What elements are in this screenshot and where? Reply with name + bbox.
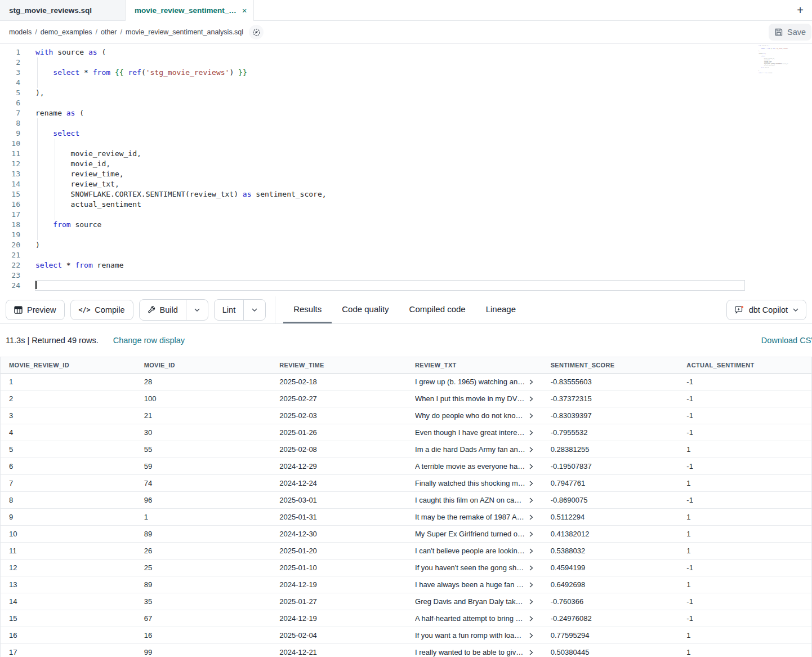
- result-tabs: Results Code quality Compiled code Linea…: [283, 296, 526, 323]
- compile-button[interactable]: </> Compile: [70, 300, 133, 320]
- expand-cell-chevron-right-icon[interactable]: [529, 481, 533, 486]
- table-row[interactable]: 16162025-02-04If you want a fun romp wit…: [1, 627, 811, 644]
- text-cursor: [35, 281, 37, 289]
- expand-cell-chevron-right-icon[interactable]: [529, 565, 533, 571]
- close-icon[interactable]: ×: [242, 6, 247, 15]
- table-row[interactable]: 5552025-02-08Im a die hard Dads Army fan…: [1, 441, 811, 458]
- code-line[interactable]: 21: [0, 250, 812, 260]
- change-row-display-link[interactable]: Change row display: [113, 336, 185, 345]
- expand-cell-chevron-right-icon[interactable]: [529, 430, 533, 436]
- code-line[interactable]: 24: [0, 281, 812, 291]
- code-line[interactable]: 11 movie_review_id,: [0, 149, 812, 159]
- code-line[interactable]: 19: [0, 230, 812, 240]
- code-line[interactable]: 2: [0, 57, 812, 68]
- code-editor[interactable]: 1with source as (23 select * from {{ ref…: [0, 44, 812, 296]
- code-line[interactable]: 5),: [0, 88, 812, 98]
- table-row[interactable]: 14352025-01-27Greg Davis and Bryan Daly …: [1, 593, 811, 610]
- table-row[interactable]: 17992024-12-21I really wanted to be able…: [1, 644, 811, 657]
- new-tab-button[interactable]: +: [792, 0, 809, 20]
- code-line[interactable]: 10: [0, 139, 812, 149]
- tab-results[interactable]: Results: [283, 296, 332, 323]
- code-line[interactable]: 9 select: [0, 128, 812, 139]
- copilot-compass-button[interactable]: [249, 25, 264, 39]
- expand-cell-chevron-right-icon[interactable]: [529, 447, 533, 452]
- file-tab-stg-movie-reviews[interactable]: stg_movie_reviews.sql: [0, 0, 126, 20]
- column-header-sentiment-score[interactable]: SENTIMENT_SCORE: [542, 357, 679, 373]
- code-line[interactable]: 22select * from rename: [0, 260, 812, 270]
- dbt-copilot-button[interactable]: dbt Copilot: [726, 300, 806, 320]
- code-line[interactable]: 16 actual_sentiment: [0, 199, 812, 210]
- lint-dropdown-button[interactable]: [243, 300, 265, 320]
- code-line[interactable]: 4: [0, 78, 812, 88]
- column-header-movie-review-id[interactable]: MOVIE_REVIEW_ID: [1, 357, 136, 373]
- expand-cell-chevron-right-icon[interactable]: [529, 599, 533, 605]
- code-line[interactable]: 3 select * from {{ ref('stg_movie_review…: [0, 68, 812, 78]
- code-line[interactable]: 1with source as (: [0, 47, 812, 57]
- table-row[interactable]: 912025-01-31It may be the remake of 1987…: [1, 509, 811, 526]
- table-row[interactable]: 10892024-12-30My Super Ex Girlfriend tur…: [1, 526, 811, 543]
- review-text: Why do people who do not know what…: [415, 411, 525, 420]
- expand-cell-chevron-right-icon[interactable]: [529, 548, 533, 554]
- file-tab-label: stg_movie_reviews.sql: [9, 6, 92, 15]
- column-header-movie-id[interactable]: MOVIE_ID: [136, 357, 271, 373]
- code-line[interactable]: with source as (: [743, 45, 788, 46]
- expand-cell-chevron-right-icon[interactable]: [529, 514, 533, 520]
- cell-review-time: 2025-02-27: [271, 390, 407, 407]
- expand-cell-chevron-right-icon[interactable]: [529, 464, 533, 469]
- expand-cell-chevron-right-icon[interactable]: [529, 531, 533, 537]
- column-header-review-txt[interactable]: REVIEW_TXT: [407, 357, 542, 373]
- table-row[interactable]: 21002025-02-27When I put this movie in m…: [1, 390, 811, 407]
- expand-cell-chevron-right-icon[interactable]: [529, 413, 533, 419]
- save-button[interactable]: Save: [769, 24, 811, 41]
- build-dropdown-button[interactable]: [186, 300, 208, 320]
- code-line[interactable]: 7rename as (: [0, 108, 812, 118]
- table-row[interactable]: 11262025-01-20I can't believe people are…: [1, 543, 811, 560]
- code-line[interactable]: 13 review_time,: [0, 169, 812, 179]
- code-line[interactable]: 20): [0, 240, 812, 250]
- file-tab-label: movie_review_sentiment_…: [135, 6, 237, 15]
- table-row[interactable]: 3212025-02-03Why do people who do not kn…: [1, 407, 811, 424]
- table-row[interactable]: 7742024-12-24Finally watched this shocki…: [1, 475, 811, 492]
- cell-actual-sentiment: 1: [678, 509, 811, 525]
- file-tab-movie-review-sentiment[interactable]: movie_review_sentiment_… ×: [126, 0, 254, 21]
- code-line[interactable]: 23: [0, 270, 812, 281]
- code-line[interactable]: 15 SNOWFLAKE.CORTEX.SENTIMENT(review_txt…: [0, 189, 812, 199]
- preview-button[interactable]: Preview: [6, 300, 65, 320]
- expand-cell-chevron-right-icon[interactable]: [529, 633, 533, 638]
- table-row[interactable]: 1282025-02-18I grew up (b. 1965) watchin…: [1, 374, 811, 390]
- results-table: MOVIE_REVIEW_IDMOVIE_IDREVIEW_TIMEREVIEW…: [0, 357, 812, 657]
- table-row[interactable]: 12252025-01-10If you haven't seen the go…: [1, 560, 811, 576]
- expand-cell-chevron-right-icon[interactable]: [529, 616, 533, 622]
- tab-lineage[interactable]: Lineage: [476, 296, 526, 323]
- expand-cell-chevron-right-icon[interactable]: [529, 582, 533, 588]
- code-line[interactable]: 14 review_txt,: [0, 179, 812, 189]
- download-csv-link[interactable]: Download CSV: [761, 336, 812, 345]
- cell-actual-sentiment: -1: [678, 407, 811, 424]
- expand-cell-chevron-right-icon[interactable]: [529, 650, 533, 655]
- expand-cell-chevron-right-icon[interactable]: [529, 498, 533, 503]
- column-header-review-time[interactable]: REVIEW_TIME: [271, 357, 407, 373]
- compass-icon: [252, 28, 261, 37]
- table-row[interactable]: 13892024-12-19I have always been a huge …: [1, 576, 811, 593]
- expand-cell-chevron-right-icon[interactable]: [529, 379, 533, 385]
- tab-compiled-code[interactable]: Compiled code: [399, 296, 476, 323]
- code-line[interactable]: 8: [0, 118, 812, 128]
- cell-review-time: 2025-01-10: [271, 560, 407, 576]
- code-line[interactable]: 18 from source: [0, 220, 812, 230]
- lint-button[interactable]: Lint: [215, 300, 243, 320]
- column-header-actual-sentiment[interactable]: ACTUAL_SENTIMENT: [678, 357, 811, 373]
- table-row[interactable]: 15672024-12-19A half-hearted attempt to …: [1, 610, 811, 627]
- cell-sentiment-score: -0.83555603: [542, 374, 679, 390]
- build-button[interactable]: Build: [140, 300, 186, 320]
- expand-cell-chevron-right-icon[interactable]: [529, 396, 533, 402]
- table-row[interactable]: 4302025-01-26Even though I have great in…: [1, 424, 811, 441]
- cell-movie-id: 59: [136, 458, 271, 474]
- cell-review-time: 2024-12-19: [271, 610, 407, 627]
- table-row[interactable]: 8962025-03-01I caught this film on AZN o…: [1, 492, 811, 509]
- table-row[interactable]: 6592024-12-29A terrible movie as everyon…: [1, 458, 811, 475]
- code-line[interactable]: 17: [0, 210, 812, 220]
- code-line[interactable]: 12 movie_id,: [0, 159, 812, 169]
- code-line[interactable]: 6: [0, 98, 812, 108]
- tab-code-quality[interactable]: Code quality: [332, 296, 399, 323]
- line-number: 23: [0, 270, 20, 281]
